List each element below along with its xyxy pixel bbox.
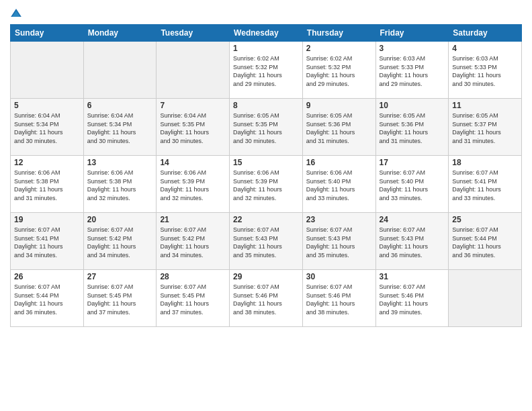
day-info: Sunrise: 6:07 AM Sunset: 5:44 PM Dayligh…	[452, 226, 518, 259]
week-row-4: 19Sunrise: 6:07 AM Sunset: 5:41 PM Dayli…	[11, 213, 522, 270]
calendar-cell: 23Sunrise: 6:07 AM Sunset: 5:43 PM Dayli…	[302, 213, 375, 270]
day-info: Sunrise: 6:05 AM Sunset: 5:36 PM Dayligh…	[380, 111, 445, 145]
calendar-cell	[11, 42, 84, 99]
day-info: Sunrise: 6:03 AM Sunset: 5:33 PM Dayligh…	[452, 54, 518, 88]
day-number: 9	[306, 101, 372, 110]
calendar-cell: 15Sunrise: 6:06 AM Sunset: 5:39 PM Dayli…	[230, 156, 303, 213]
calendar-cell: 13Sunrise: 6:06 AM Sunset: 5:38 PM Dayli…	[83, 156, 157, 213]
calendar-cell: 26Sunrise: 6:07 AM Sunset: 5:44 PM Dayli…	[11, 270, 84, 327]
day-number: 4	[452, 44, 518, 53]
calendar-cell: 6Sunrise: 6:04 AM Sunset: 5:34 PM Daylig…	[83, 99, 157, 156]
day-info: Sunrise: 6:06 AM Sunset: 5:39 PM Dayligh…	[233, 169, 299, 202]
day-number: 22	[233, 215, 299, 224]
calendar-cell: 5Sunrise: 6:04 AM Sunset: 5:34 PM Daylig…	[11, 99, 84, 156]
day-info: Sunrise: 6:06 AM Sunset: 5:40 PM Dayligh…	[306, 169, 372, 202]
day-info: Sunrise: 6:07 AM Sunset: 5:46 PM Dayligh…	[306, 283, 372, 316]
header	[10, 7, 522, 19]
day-number: 14	[160, 158, 226, 167]
calendar-cell: 20Sunrise: 6:07 AM Sunset: 5:42 PM Dayli…	[83, 213, 157, 270]
weekday-header-friday: Friday	[375, 25, 449, 42]
calendar-cell: 1Sunrise: 6:02 AM Sunset: 5:32 PM Daylig…	[230, 42, 303, 99]
day-info: Sunrise: 6:07 AM Sunset: 5:46 PM Dayligh…	[233, 283, 299, 316]
calendar-cell: 3Sunrise: 6:03 AM Sunset: 5:33 PM Daylig…	[375, 42, 449, 99]
calendar-cell: 17Sunrise: 6:07 AM Sunset: 5:40 PM Dayli…	[375, 156, 449, 213]
calendar-cell: 8Sunrise: 6:05 AM Sunset: 5:35 PM Daylig…	[230, 99, 303, 156]
day-info: Sunrise: 6:03 AM Sunset: 5:33 PM Dayligh…	[380, 54, 445, 88]
weekday-header-wednesday: Wednesday	[230, 25, 303, 42]
calendar-cell: 10Sunrise: 6:05 AM Sunset: 5:36 PM Dayli…	[375, 99, 449, 156]
logo-icon	[10, 7, 22, 19]
day-number: 27	[87, 272, 153, 281]
calendar-cell: 4Sunrise: 6:03 AM Sunset: 5:33 PM Daylig…	[449, 42, 522, 99]
calendar-cell: 24Sunrise: 6:07 AM Sunset: 5:43 PM Dayli…	[375, 213, 449, 270]
calendar-cell: 18Sunrise: 6:07 AM Sunset: 5:41 PM Dayli…	[449, 156, 522, 213]
day-number: 3	[380, 44, 445, 53]
main-container: SundayMondayTuesdayWednesdayThursdayFrid…	[0, 0, 532, 330]
day-info: Sunrise: 6:06 AM Sunset: 5:39 PM Dayligh…	[160, 169, 226, 202]
day-info: Sunrise: 6:06 AM Sunset: 5:38 PM Dayligh…	[14, 169, 80, 202]
calendar-cell: 11Sunrise: 6:05 AM Sunset: 5:37 PM Dayli…	[449, 99, 522, 156]
day-info: Sunrise: 6:02 AM Sunset: 5:32 PM Dayligh…	[306, 54, 372, 88]
day-info: Sunrise: 6:07 AM Sunset: 5:41 PM Dayligh…	[14, 226, 80, 259]
calendar-cell: 7Sunrise: 6:04 AM Sunset: 5:35 PM Daylig…	[157, 99, 230, 156]
day-number: 17	[380, 158, 445, 167]
weekday-header-monday: Monday	[83, 25, 157, 42]
calendar-cell	[157, 42, 230, 99]
calendar-cell	[449, 270, 522, 327]
day-info: Sunrise: 6:02 AM Sunset: 5:32 PM Dayligh…	[233, 54, 299, 88]
calendar-cell: 22Sunrise: 6:07 AM Sunset: 5:43 PM Dayli…	[230, 213, 303, 270]
weekday-header-thursday: Thursday	[302, 25, 375, 42]
day-info: Sunrise: 6:07 AM Sunset: 5:43 PM Dayligh…	[380, 226, 445, 259]
day-number: 11	[452, 101, 518, 110]
day-number: 10	[380, 101, 445, 110]
day-info: Sunrise: 6:05 AM Sunset: 5:35 PM Dayligh…	[233, 111, 299, 145]
day-number: 2	[306, 44, 372, 53]
day-number: 7	[160, 101, 226, 110]
day-info: Sunrise: 6:05 AM Sunset: 5:37 PM Dayligh…	[452, 111, 518, 145]
calendar-cell	[83, 42, 157, 99]
calendar-cell: 2Sunrise: 6:02 AM Sunset: 5:32 PM Daylig…	[302, 42, 375, 99]
calendar-cell: 28Sunrise: 6:07 AM Sunset: 5:45 PM Dayli…	[157, 270, 230, 327]
day-number: 25	[452, 215, 518, 224]
day-info: Sunrise: 6:04 AM Sunset: 5:35 PM Dayligh…	[160, 111, 226, 145]
day-number: 21	[160, 215, 226, 224]
day-info: Sunrise: 6:06 AM Sunset: 5:38 PM Dayligh…	[87, 169, 153, 202]
day-number: 23	[306, 215, 372, 224]
day-number: 16	[306, 158, 372, 167]
day-info: Sunrise: 6:07 AM Sunset: 5:43 PM Dayligh…	[306, 226, 372, 259]
day-number: 24	[380, 215, 445, 224]
calendar-cell: 30Sunrise: 6:07 AM Sunset: 5:46 PM Dayli…	[302, 270, 375, 327]
day-number: 26	[14, 272, 80, 281]
day-number: 8	[233, 101, 299, 110]
calendar-cell: 9Sunrise: 6:05 AM Sunset: 5:36 PM Daylig…	[302, 99, 375, 156]
day-number: 13	[87, 158, 153, 167]
week-row-2: 5Sunrise: 6:04 AM Sunset: 5:34 PM Daylig…	[11, 99, 522, 156]
day-info: Sunrise: 6:07 AM Sunset: 5:42 PM Dayligh…	[87, 226, 153, 259]
day-number: 31	[380, 272, 445, 281]
day-number: 29	[233, 272, 299, 281]
logo	[10, 7, 24, 19]
day-info: Sunrise: 6:05 AM Sunset: 5:36 PM Dayligh…	[306, 111, 372, 145]
day-info: Sunrise: 6:07 AM Sunset: 5:42 PM Dayligh…	[160, 226, 226, 259]
day-number: 20	[87, 215, 153, 224]
calendar-cell: 27Sunrise: 6:07 AM Sunset: 5:45 PM Dayli…	[83, 270, 157, 327]
week-row-3: 12Sunrise: 6:06 AM Sunset: 5:38 PM Dayli…	[11, 156, 522, 213]
day-number: 15	[233, 158, 299, 167]
calendar-cell: 14Sunrise: 6:06 AM Sunset: 5:39 PM Dayli…	[157, 156, 230, 213]
day-number: 12	[14, 158, 80, 167]
calendar-cell: 21Sunrise: 6:07 AM Sunset: 5:42 PM Dayli…	[157, 213, 230, 270]
day-number: 30	[306, 272, 372, 281]
weekday-header-tuesday: Tuesday	[157, 25, 230, 42]
weekday-header-sunday: Sunday	[11, 25, 84, 42]
calendar-cell: 12Sunrise: 6:06 AM Sunset: 5:38 PM Dayli…	[11, 156, 84, 213]
week-row-1: 1Sunrise: 6:02 AM Sunset: 5:32 PM Daylig…	[11, 42, 522, 99]
weekday-header-row: SundayMondayTuesdayWednesdayThursdayFrid…	[11, 25, 522, 42]
calendar-cell: 16Sunrise: 6:06 AM Sunset: 5:40 PM Dayli…	[302, 156, 375, 213]
day-info: Sunrise: 6:07 AM Sunset: 5:40 PM Dayligh…	[380, 169, 445, 202]
day-number: 19	[14, 215, 80, 224]
calendar-cell: 19Sunrise: 6:07 AM Sunset: 5:41 PM Dayli…	[11, 213, 84, 270]
calendar-cell: 29Sunrise: 6:07 AM Sunset: 5:46 PM Dayli…	[230, 270, 303, 327]
day-number: 28	[160, 272, 226, 281]
day-info: Sunrise: 6:07 AM Sunset: 5:43 PM Dayligh…	[233, 226, 299, 259]
day-number: 5	[14, 101, 80, 110]
